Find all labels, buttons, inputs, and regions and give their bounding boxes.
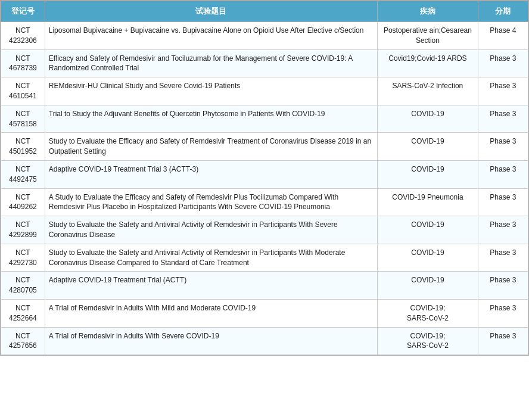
cell-disease: COVID-19 xyxy=(378,216,478,244)
cell-title: Study to Evaluate the Efficacy and Safet… xyxy=(45,133,377,161)
table-row: NCT 4232306Liposomal Bupivacaine + Bupiv… xyxy=(1,22,528,50)
cell-id: NCT 4578158 xyxy=(1,105,45,133)
cell-phase: Phase 3 xyxy=(478,327,528,355)
cell-disease: Covid19;Covid-19 ARDS xyxy=(378,49,478,77)
cell-id: NCT 4292730 xyxy=(1,244,45,272)
cell-title: Study to Evaluate the Safety and Antivir… xyxy=(45,216,377,244)
cell-title: A Trial of Remdesivir in Adults With Sev… xyxy=(45,327,377,355)
cell-disease: COVID-19; SARS-CoV-2 xyxy=(378,327,478,355)
cell-phase: Phase 3 xyxy=(478,160,528,188)
cell-disease: COVID-19; SARS-CoV-2 xyxy=(378,299,478,327)
cell-id: NCT 4232306 xyxy=(1,22,45,50)
cell-phase: Phase 4 xyxy=(478,22,528,50)
table-row: NCT 4678739Efficacy and Safety of Remdes… xyxy=(1,49,528,77)
cell-title: Adaptive COVID-19 Treatment Trial (ACTT) xyxy=(45,272,377,300)
table-row: NCT 4252664A Trial of Remdesivir in Adul… xyxy=(1,299,528,327)
table-row: NCT 4292899Study to Evaluate the Safety … xyxy=(1,216,528,244)
cell-disease: COVID-19 xyxy=(378,244,478,272)
cell-title: Efficacy and Safety of Remdesivir and To… xyxy=(45,49,377,77)
cell-disease: Postoperative ain;Cesarean Section xyxy=(378,22,478,50)
cell-disease: COVID-19 xyxy=(378,105,478,133)
cell-id: NCT 4257656 xyxy=(1,327,45,355)
cell-phase: Phase 3 xyxy=(478,216,528,244)
cell-disease: COVID-19 Pneumonia xyxy=(378,188,478,216)
table-row: NCT 4492475Adaptive COVID-19 Treatment T… xyxy=(1,160,528,188)
cell-phase: Phase 3 xyxy=(478,77,528,105)
cell-title: A Trial of Remdesivir in Adults With Mil… xyxy=(45,299,377,327)
cell-phase: Phase 3 xyxy=(478,49,528,77)
header-title: 试验题目 xyxy=(45,1,377,22)
header-disease: 疾病 xyxy=(378,1,478,22)
cell-id: NCT 4280705 xyxy=(1,272,45,300)
table-row: NCT 4257656A Trial of Remdesivir in Adul… xyxy=(1,327,528,355)
cell-title: Adaptive COVID-19 Treatment Trial 3 (ACT… xyxy=(45,160,377,188)
table-row: NCT 4610541REMdesivir-HU Clinical Study … xyxy=(1,77,528,105)
cell-phase: Phase 3 xyxy=(478,299,528,327)
cell-id: NCT 4678739 xyxy=(1,49,45,77)
cell-id: NCT 4492475 xyxy=(1,160,45,188)
table-row: NCT 4578158Trial to Study the Adjuvant B… xyxy=(1,105,528,133)
cell-id: NCT 4252664 xyxy=(1,299,45,327)
cell-phase: Phase 3 xyxy=(478,272,528,300)
cell-id: NCT 4292899 xyxy=(1,216,45,244)
cell-title: Study to Evaluate the Safety and Antivir… xyxy=(45,244,377,272)
cell-phase: Phase 3 xyxy=(478,133,528,161)
cell-id: NCT 4501952 xyxy=(1,133,45,161)
cell-phase: Phase 3 xyxy=(478,105,528,133)
table-row: NCT 4501952Study to Evaluate the Efficac… xyxy=(1,133,528,161)
table-row: NCT 4409262A Study to Evaluate the Effic… xyxy=(1,188,528,216)
header-phase: 分期 xyxy=(478,1,528,22)
table-row: NCT 4292730Study to Evaluate the Safety … xyxy=(1,244,528,272)
cell-phase: Phase 3 xyxy=(478,244,528,272)
cell-disease: COVID-19 xyxy=(378,160,478,188)
cell-id: NCT 4610541 xyxy=(1,77,45,105)
cell-phase: Phase 3 xyxy=(478,188,528,216)
header-id: 登记号 xyxy=(1,1,45,22)
cell-title: Trial to Study the Adjuvant Benefits of … xyxy=(45,105,377,133)
cell-id: NCT 4409262 xyxy=(1,188,45,216)
cell-disease: COVID-19 xyxy=(378,272,478,300)
cell-title: Liposomal Bupivacaine + Bupivacaine vs. … xyxy=(45,22,377,50)
cell-disease: SARS-CoV-2 Infection xyxy=(378,77,478,105)
cell-disease: COVID-19 xyxy=(378,133,478,161)
clinical-trials-table: 登记号 试验题目 疾病 分期 NCT 4232306Liposomal Bupi… xyxy=(0,0,529,356)
cell-title: REMdesivir-HU Clinical Study and Severe … xyxy=(45,77,377,105)
table-row: NCT 4280705Adaptive COVID-19 Treatment T… xyxy=(1,272,528,300)
cell-title: A Study to Evaluate the Efficacy and Saf… xyxy=(45,188,377,216)
